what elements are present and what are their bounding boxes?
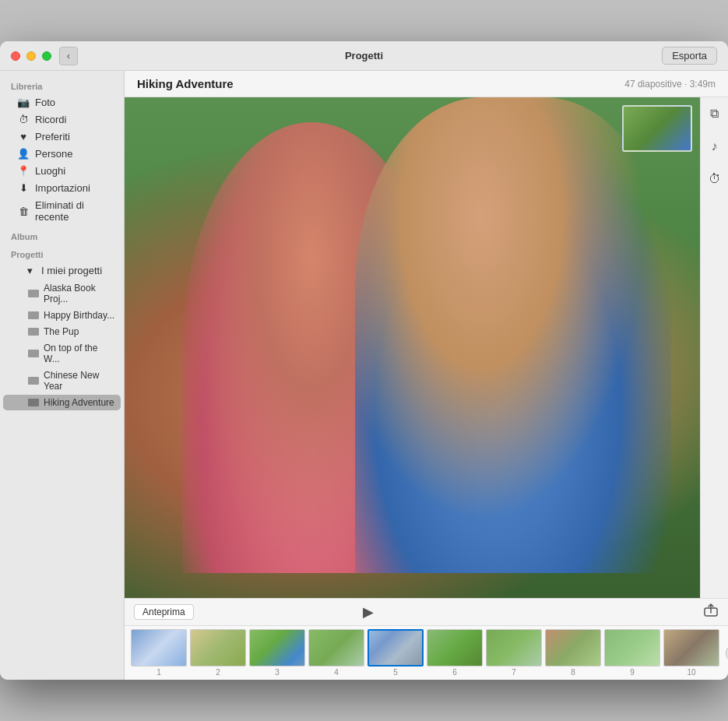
folder-icon: ▾	[23, 265, 36, 276]
main-window: ‹ Progetti Esporta Libreria 📷 Foto ⏱ Ric…	[0, 41, 728, 680]
minimize-button[interactable]	[26, 51, 36, 61]
sidebar-item-ricordi[interactable]: ⏱ Ricordi	[3, 111, 121, 128]
sidebar-item-label: Eliminati di recente	[35, 199, 113, 223]
sidebar-item-persone[interactable]: 👤 Persone	[3, 146, 121, 162]
importazioni-icon: ⬇	[17, 182, 30, 194]
music-tool-button[interactable]: ♪	[705, 136, 725, 157]
filmstrip-thumb-9	[604, 629, 660, 666]
sidebar-item-label: Ricordi	[35, 114, 66, 125]
project-item-thepup[interactable]: The Pup	[3, 324, 121, 339]
mini-preview	[622, 105, 692, 152]
filmstrip-item-1[interactable]: 1	[131, 629, 187, 677]
filmstrip-item-8[interactable]: 8	[545, 629, 601, 677]
filmstrip-num-9: 9	[630, 668, 635, 677]
album-section-label: Album	[0, 226, 124, 244]
filmstrip-item-2[interactable]: 2	[190, 629, 246, 677]
window-title: Progetti	[345, 50, 383, 62]
filmstrip-thumb-1	[131, 629, 187, 666]
project-icon	[28, 350, 39, 357]
thumb-image-5	[369, 631, 422, 665]
projects-group: Alaska Book Proj... Happy Birthday... Th…	[0, 280, 124, 410]
sidebar-item-label: Foto	[35, 97, 55, 108]
sidebar-item-importazioni[interactable]: ⬇ Importazioni	[3, 180, 121, 196]
filmstrip-item-9[interactable]: 9	[604, 629, 660, 677]
project-meta: 47 diapositive · 3:49m	[624, 79, 716, 90]
filmstrip-num-1: 1	[157, 668, 161, 677]
eliminati-icon: 🗑	[17, 206, 30, 217]
project-title: Hiking Adventure	[137, 77, 234, 90]
project-icon	[28, 311, 39, 319]
filmstrip-thumb-4	[308, 629, 364, 666]
close-button[interactable]	[11, 51, 20, 61]
sidebar-item-eliminati[interactable]: 🗑 Eliminati di recente	[3, 197, 121, 225]
filmstrip-thumb-8	[545, 629, 601, 666]
share-button[interactable]	[703, 603, 719, 621]
luoghi-icon: 📍	[17, 165, 30, 177]
right-panel: Hiking Adventure 47 diapositive · 3:49m	[125, 71, 728, 680]
project-icon	[28, 399, 39, 406]
project-icon	[28, 377, 39, 385]
thumb-image-8	[546, 630, 600, 666]
filmstrip-item-3[interactable]: 3	[249, 629, 305, 677]
slideshow-area: ⧉ ♪ ⏱	[125, 97, 728, 598]
filmstrip-num-7: 7	[512, 668, 516, 677]
filmstrip-item-5[interactable]: 5	[368, 629, 424, 677]
person2	[355, 97, 671, 573]
thumb-image-2	[191, 630, 245, 666]
main-content: Libreria 📷 Foto ⏱ Ricordi ♥ Preferiti 👤 …	[0, 71, 728, 680]
thumb-image-9	[605, 630, 659, 666]
ricordi-icon: ⏱	[17, 114, 30, 125]
filmstrip-thumb-5	[368, 629, 424, 666]
sidebar-item-label: I miei progetti	[41, 265, 102, 276]
project-label: On top of the W...	[44, 343, 116, 364]
sidebar-item-preferiti[interactable]: ♥ Preferiti	[3, 128, 121, 145]
filmstrip-item-4[interactable]: 4	[308, 629, 364, 677]
sidebar-item-label: Importazioni	[35, 182, 90, 194]
sidebar-item-label: Preferiti	[35, 131, 70, 142]
persone-icon: 👤	[17, 148, 30, 160]
project-item-hiking[interactable]: Hiking Adventure	[3, 395, 121, 410]
filmstrip-item-6[interactable]: 6	[427, 629, 483, 677]
filmstrip-num-6: 6	[452, 668, 457, 677]
filmstrip-thumb-3	[249, 629, 305, 666]
sidebar-item-foto[interactable]: 📷 Foto	[3, 94, 121, 111]
preview-bar: Anteprima ▶	[125, 598, 728, 626]
preview-tab[interactable]: Anteprima	[134, 604, 194, 620]
filmstrip-item-7[interactable]: 7	[486, 629, 542, 677]
titlebar: ‹ Progetti Esporta	[0, 41, 728, 71]
filmstrip-item-10[interactable]: 10	[663, 629, 719, 677]
project-item-alaska[interactable]: Alaska Book Proj...	[3, 280, 121, 307]
project-label: Happy Birthday...	[44, 310, 114, 321]
sidebar-item-luoghi[interactable]: 📍 Luoghi	[3, 163, 121, 179]
thumb-image-10	[664, 630, 719, 666]
project-item-ontop[interactable]: On top of the W...	[3, 340, 121, 367]
sidebar-item-label: Persone	[35, 148, 72, 160]
progetti-section-label: Progetti	[0, 244, 124, 262]
filmstrip-num-8: 8	[571, 668, 575, 677]
thumb-image-7	[487, 630, 541, 666]
screen-tool-button[interactable]: ⧉	[705, 104, 725, 124]
filmstrip-thumb-6	[427, 629, 483, 666]
main-preview[interactable]	[125, 97, 700, 598]
project-item-happybday[interactable]: Happy Birthday...	[3, 308, 121, 323]
filmstrip-thumb-10	[663, 629, 719, 666]
thumb-image-6	[427, 630, 482, 666]
project-item-chineseny[interactable]: Chinese New Year	[3, 368, 121, 394]
export-button[interactable]: Esporta	[662, 47, 717, 65]
sidebar-item-miei-progetti[interactable]: ▾ I miei progetti	[3, 262, 121, 279]
project-header: Hiking Adventure 47 diapositive · 3:49m	[125, 71, 728, 97]
clock-tool-button[interactable]: ⏱	[705, 169, 725, 189]
project-label: Alaska Book Proj...	[44, 283, 116, 304]
preferiti-icon: ♥	[17, 131, 30, 142]
project-label: The Pup	[44, 326, 79, 337]
filmstrip-num-5: 5	[393, 668, 398, 677]
thumb-image-1	[132, 630, 186, 666]
back-button[interactable]: ‹	[59, 47, 78, 65]
project-label: Hiking Adventure	[44, 397, 114, 408]
filmstrip-thumb-2	[190, 629, 246, 666]
traffic-lights	[0, 51, 51, 61]
maximize-button[interactable]	[42, 51, 51, 61]
libreria-section-label: Libreria	[0, 76, 124, 93]
play-button[interactable]: ▶	[363, 603, 374, 621]
project-icon	[28, 328, 39, 336]
